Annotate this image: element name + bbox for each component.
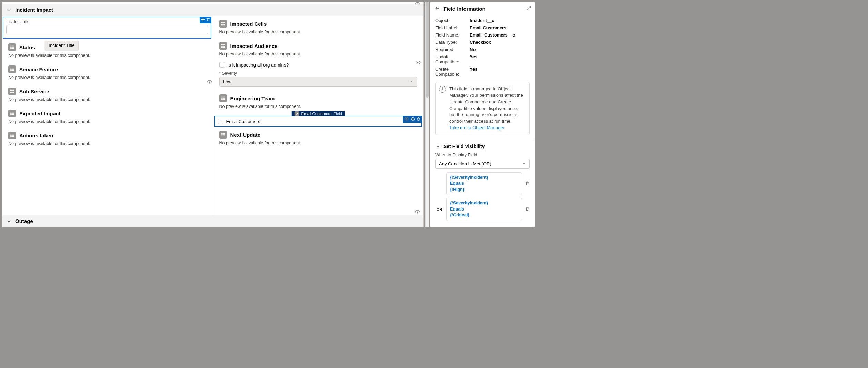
incident-title-label: Incident Title [6,19,208,24]
delete-icon[interactable] [416,117,421,122]
severity-required-label: * Severity [219,71,418,76]
severity-wrap: * Severity Low [213,70,424,90]
impacting-admins-row[interactable]: Is it impacting all org admins? [213,60,424,70]
status-sub: No preview is available for this compone… [8,53,207,58]
expected-impact-block[interactable]: Expected Impact No preview is available … [2,105,213,127]
grid-icon [219,20,227,28]
kv-row: Update Compatible:Yes [435,53,530,65]
when-display-label: When to Display Field [430,151,535,159]
visibility-eye-icon[interactable] [207,79,212,85]
svg-point-5 [209,81,210,83]
kv-row: Field Label:Email Customers [435,24,530,31]
actions-taken-block[interactable]: Actions taken No preview is available fo… [2,127,213,150]
kv-row: Data Type:Checkbox [435,39,530,46]
grid-icon [219,42,227,50]
service-feature-sub: No preview is available for this compone… [8,75,207,80]
svg-rect-1 [10,90,12,91]
status-block[interactable]: Status No preview is available for this … [2,39,213,61]
visibility-section-header[interactable]: Set Field Visibility [430,140,535,151]
kv-row: Create Compatible:Yes [435,65,530,78]
ec-actions [403,116,422,123]
impacting-admins-checkbox[interactable] [219,62,225,68]
delete-icon[interactable] [206,17,210,23]
check-icon [295,111,299,116]
eng-team-label: Engineering Team [230,95,275,101]
visibility-eye-icon[interactable] [416,60,421,66]
email-customers-label: Email Customers [226,119,260,124]
sub-service-sub: No preview is available for this compone… [8,97,207,102]
kv-row: Object:Incident__c [435,17,530,24]
svg-rect-4 [12,92,14,93]
condition-card[interactable]: {!SeverityIncident} Equals {!Critical} [446,198,522,221]
condition-row: {!SeverityIncident} Equals {!High} [435,172,530,195]
actions-taken-label: Actions taken [19,133,53,139]
info-icon: i [439,86,446,93]
incident-title-field-selected[interactable]: Incident Title [3,17,211,39]
actions-taken-sub: No preview is available for this compone… [8,141,207,146]
svg-rect-12 [221,46,222,48]
svg-rect-7 [223,22,225,23]
svg-rect-3 [10,92,12,93]
section-incident-impact[interactable]: Incident Impact [2,4,423,16]
list-icon [8,43,16,51]
kv-row: Required:No [435,46,530,53]
impacted-audience-sub: No preview is available for this compone… [219,52,418,57]
list-icon [8,110,16,117]
status-label: Status [19,44,35,50]
sub-service-block[interactable]: Sub-Service No preview is available for … [2,83,213,105]
chevron-down-icon [6,218,12,224]
section-outage[interactable]: Outage [2,215,423,227]
visibility-eye-icon[interactable] [415,209,420,215]
chevron-down-icon [6,7,12,13]
info-text: This field is managed in Object Manager.… [449,86,523,124]
impacted-cells-sub: No preview is available for this compone… [219,30,418,34]
engineering-team-block[interactable]: Engineering Team No preview is available… [213,90,424,112]
move-icon[interactable] [411,117,415,122]
service-feature-block[interactable]: Service Feature No preview is available … [2,61,213,83]
email-customers-field-selected[interactable]: Email Customers Field Email Customers [214,116,422,127]
next-update-sub: No preview is available for this compone… [219,141,418,145]
condition-row: OR {!SeverityIncident} Equals {!Critical… [435,198,530,221]
incident-title-input[interactable] [6,25,208,34]
canvas-scrollbar[interactable] [425,2,429,227]
svg-rect-11 [223,44,225,45]
svg-rect-8 [221,24,222,25]
chevron-down-icon [409,79,413,84]
when-display-value: Any Condition Is Met (OR) [439,161,491,166]
email-customers-tag: Email Customers Field [292,111,345,116]
sidebar-header: Field Information [430,2,535,16]
list-icon [8,65,16,73]
incident-title-tooltip: Incident Title [45,41,79,50]
columns: Incident Title Incident Title Status No … [2,16,423,215]
outage-title: Outage [15,218,33,224]
next-update-label: Next Update [230,132,261,138]
next-update-block[interactable]: Next Update No preview is available for … [213,127,424,149]
impacted-audience-block[interactable]: Impacted Audience No preview is availabl… [213,38,424,60]
list-icon [8,132,16,139]
or-operator-label: OR [435,207,443,212]
impacted-cells-label: Impacted Cells [230,21,267,27]
expand-icon[interactable] [526,6,531,11]
back-arrow-icon[interactable] [435,6,440,12]
impacted-audience-label: Impacted Audience [230,43,278,49]
eng-team-sub: No preview is available for this compone… [219,104,418,109]
app-root: Incident Impact Incident Title Incident … [0,0,537,229]
ec-tag-label: Email Customers [301,112,332,116]
sub-service-label: Sub-Service [19,89,49,94]
when-display-select[interactable]: Any Condition Is Met (OR) [435,159,530,169]
svg-rect-9 [223,24,225,25]
svg-point-14 [418,62,419,63]
condition-card[interactable]: {!SeverityIncident} Equals {!High} [446,172,522,195]
move-icon[interactable] [201,17,205,23]
visibility-eye-icon[interactable] [404,116,409,122]
object-manager-link[interactable]: Take me to Object Manager [449,125,505,130]
delete-condition-icon[interactable] [525,181,530,187]
impacted-cells-block[interactable]: Impacted Cells No preview is available f… [213,16,424,38]
grid-icon [8,88,16,95]
severity-select[interactable]: Low [219,77,418,87]
delete-condition-icon[interactable] [525,206,530,212]
expected-impact-sub: No preview is available for this compone… [8,119,207,124]
scrollbar-thumb[interactable] [426,2,429,98]
selected-actions [200,17,211,23]
email-customers-checkbox[interactable] [218,119,223,124]
